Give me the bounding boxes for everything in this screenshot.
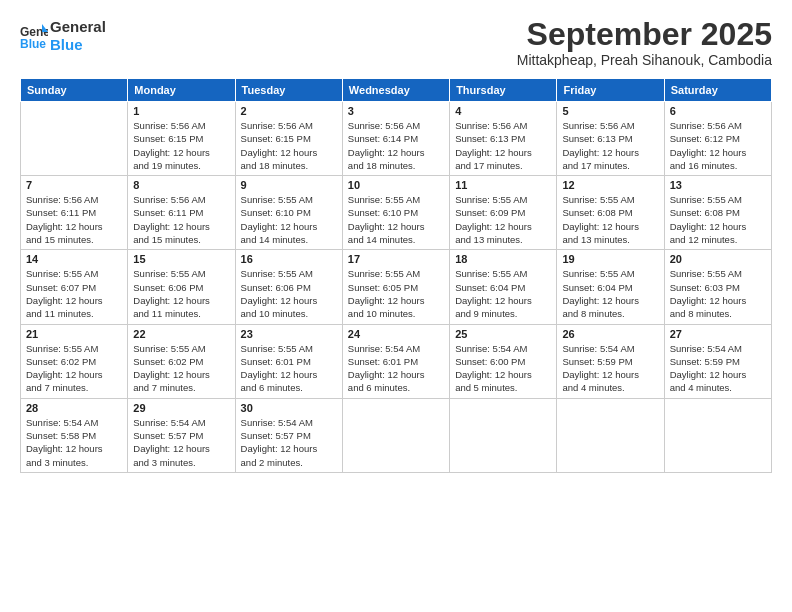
day-number: 21 [26, 328, 122, 340]
calendar-cell: 29Sunrise: 5:54 AMSunset: 5:57 PMDayligh… [128, 398, 235, 472]
day-info: Sunrise: 5:55 AMSunset: 6:02 PMDaylight:… [133, 342, 229, 395]
calendar-cell: 18Sunrise: 5:55 AMSunset: 6:04 PMDayligh… [450, 250, 557, 324]
day-info: Sunrise: 5:55 AMSunset: 6:04 PMDaylight:… [455, 267, 551, 320]
calendar-cell: 10Sunrise: 5:55 AMSunset: 6:10 PMDayligh… [342, 176, 449, 250]
day-info: Sunrise: 5:54 AMSunset: 6:00 PMDaylight:… [455, 342, 551, 395]
calendar-cell: 22Sunrise: 5:55 AMSunset: 6:02 PMDayligh… [128, 324, 235, 398]
day-number: 17 [348, 253, 444, 265]
day-number: 14 [26, 253, 122, 265]
logo: General Blue General Blue [20, 18, 106, 54]
calendar-cell: 17Sunrise: 5:55 AMSunset: 6:05 PMDayligh… [342, 250, 449, 324]
day-info: Sunrise: 5:56 AMSunset: 6:13 PMDaylight:… [562, 119, 658, 172]
calendar-cell: 1Sunrise: 5:56 AMSunset: 6:15 PMDaylight… [128, 102, 235, 176]
col-header-sunday: Sunday [21, 79, 128, 102]
calendar-table: SundayMondayTuesdayWednesdayThursdayFrid… [20, 78, 772, 473]
calendar-cell: 27Sunrise: 5:54 AMSunset: 5:59 PMDayligh… [664, 324, 771, 398]
day-number: 1 [133, 105, 229, 117]
calendar-cell [557, 398, 664, 472]
title-block: September 2025 Mittakpheap, Preah Sihano… [517, 18, 772, 68]
day-info: Sunrise: 5:56 AMSunset: 6:13 PMDaylight:… [455, 119, 551, 172]
calendar-cell: 19Sunrise: 5:55 AMSunset: 6:04 PMDayligh… [557, 250, 664, 324]
day-info: Sunrise: 5:55 AMSunset: 6:03 PMDaylight:… [670, 267, 766, 320]
calendar-cell [450, 398, 557, 472]
calendar-cell: 28Sunrise: 5:54 AMSunset: 5:58 PMDayligh… [21, 398, 128, 472]
day-info: Sunrise: 5:55 AMSunset: 6:10 PMDaylight:… [241, 193, 337, 246]
calendar-cell: 25Sunrise: 5:54 AMSunset: 6:00 PMDayligh… [450, 324, 557, 398]
day-number: 15 [133, 253, 229, 265]
calendar-cell: 26Sunrise: 5:54 AMSunset: 5:59 PMDayligh… [557, 324, 664, 398]
day-info: Sunrise: 5:55 AMSunset: 6:01 PMDaylight:… [241, 342, 337, 395]
calendar-cell [21, 102, 128, 176]
col-header-saturday: Saturday [664, 79, 771, 102]
day-number: 12 [562, 179, 658, 191]
calendar-cell: 12Sunrise: 5:55 AMSunset: 6:08 PMDayligh… [557, 176, 664, 250]
calendar-cell: 14Sunrise: 5:55 AMSunset: 6:07 PMDayligh… [21, 250, 128, 324]
day-number: 7 [26, 179, 122, 191]
col-header-monday: Monday [128, 79, 235, 102]
calendar-cell [664, 398, 771, 472]
calendar-cell: 3Sunrise: 5:56 AMSunset: 6:14 PMDaylight… [342, 102, 449, 176]
day-number: 11 [455, 179, 551, 191]
calendar-cell: 6Sunrise: 5:56 AMSunset: 6:12 PMDaylight… [664, 102, 771, 176]
day-number: 30 [241, 402, 337, 414]
day-info: Sunrise: 5:55 AMSunset: 6:07 PMDaylight:… [26, 267, 122, 320]
day-number: 10 [348, 179, 444, 191]
day-info: Sunrise: 5:55 AMSunset: 6:08 PMDaylight:… [562, 193, 658, 246]
day-info: Sunrise: 5:54 AMSunset: 5:57 PMDaylight:… [241, 416, 337, 469]
day-info: Sunrise: 5:55 AMSunset: 6:02 PMDaylight:… [26, 342, 122, 395]
day-info: Sunrise: 5:55 AMSunset: 6:06 PMDaylight:… [241, 267, 337, 320]
day-info: Sunrise: 5:56 AMSunset: 6:15 PMDaylight:… [241, 119, 337, 172]
day-info: Sunrise: 5:55 AMSunset: 6:06 PMDaylight:… [133, 267, 229, 320]
day-info: Sunrise: 5:55 AMSunset: 6:04 PMDaylight:… [562, 267, 658, 320]
page-header: General Blue General Blue September 2025… [20, 18, 772, 68]
day-number: 5 [562, 105, 658, 117]
calendar-week-row: 28Sunrise: 5:54 AMSunset: 5:58 PMDayligh… [21, 398, 772, 472]
calendar-cell: 11Sunrise: 5:55 AMSunset: 6:09 PMDayligh… [450, 176, 557, 250]
svg-text:Blue: Blue [20, 37, 46, 50]
logo-line1: General [50, 18, 106, 36]
logo-icon: General Blue [20, 22, 48, 50]
day-info: Sunrise: 5:55 AMSunset: 6:10 PMDaylight:… [348, 193, 444, 246]
calendar-week-row: 14Sunrise: 5:55 AMSunset: 6:07 PMDayligh… [21, 250, 772, 324]
day-info: Sunrise: 5:56 AMSunset: 6:15 PMDaylight:… [133, 119, 229, 172]
calendar-cell: 15Sunrise: 5:55 AMSunset: 6:06 PMDayligh… [128, 250, 235, 324]
day-number: 19 [562, 253, 658, 265]
day-info: Sunrise: 5:55 AMSunset: 6:09 PMDaylight:… [455, 193, 551, 246]
calendar-cell: 13Sunrise: 5:55 AMSunset: 6:08 PMDayligh… [664, 176, 771, 250]
day-number: 8 [133, 179, 229, 191]
calendar-week-row: 21Sunrise: 5:55 AMSunset: 6:02 PMDayligh… [21, 324, 772, 398]
day-number: 28 [26, 402, 122, 414]
calendar-week-row: 7Sunrise: 5:56 AMSunset: 6:11 PMDaylight… [21, 176, 772, 250]
day-number: 4 [455, 105, 551, 117]
calendar-cell: 23Sunrise: 5:55 AMSunset: 6:01 PMDayligh… [235, 324, 342, 398]
day-info: Sunrise: 5:54 AMSunset: 5:58 PMDaylight:… [26, 416, 122, 469]
col-header-tuesday: Tuesday [235, 79, 342, 102]
col-header-wednesday: Wednesday [342, 79, 449, 102]
month-title: September 2025 [517, 18, 772, 50]
calendar-cell [342, 398, 449, 472]
day-number: 26 [562, 328, 658, 340]
day-number: 27 [670, 328, 766, 340]
day-number: 20 [670, 253, 766, 265]
calendar-cell: 30Sunrise: 5:54 AMSunset: 5:57 PMDayligh… [235, 398, 342, 472]
day-info: Sunrise: 5:56 AMSunset: 6:14 PMDaylight:… [348, 119, 444, 172]
calendar-cell: 16Sunrise: 5:55 AMSunset: 6:06 PMDayligh… [235, 250, 342, 324]
day-number: 25 [455, 328, 551, 340]
calendar-cell: 24Sunrise: 5:54 AMSunset: 6:01 PMDayligh… [342, 324, 449, 398]
calendar-cell: 5Sunrise: 5:56 AMSunset: 6:13 PMDaylight… [557, 102, 664, 176]
day-info: Sunrise: 5:54 AMSunset: 5:57 PMDaylight:… [133, 416, 229, 469]
day-number: 22 [133, 328, 229, 340]
day-number: 23 [241, 328, 337, 340]
day-number: 16 [241, 253, 337, 265]
calendar-cell: 2Sunrise: 5:56 AMSunset: 6:15 PMDaylight… [235, 102, 342, 176]
day-info: Sunrise: 5:54 AMSunset: 5:59 PMDaylight:… [670, 342, 766, 395]
calendar-week-row: 1Sunrise: 5:56 AMSunset: 6:15 PMDaylight… [21, 102, 772, 176]
day-number: 18 [455, 253, 551, 265]
day-number: 3 [348, 105, 444, 117]
calendar-cell: 4Sunrise: 5:56 AMSunset: 6:13 PMDaylight… [450, 102, 557, 176]
col-header-thursday: Thursday [450, 79, 557, 102]
day-number: 9 [241, 179, 337, 191]
day-info: Sunrise: 5:55 AMSunset: 6:05 PMDaylight:… [348, 267, 444, 320]
day-info: Sunrise: 5:56 AMSunset: 6:11 PMDaylight:… [133, 193, 229, 246]
day-number: 2 [241, 105, 337, 117]
